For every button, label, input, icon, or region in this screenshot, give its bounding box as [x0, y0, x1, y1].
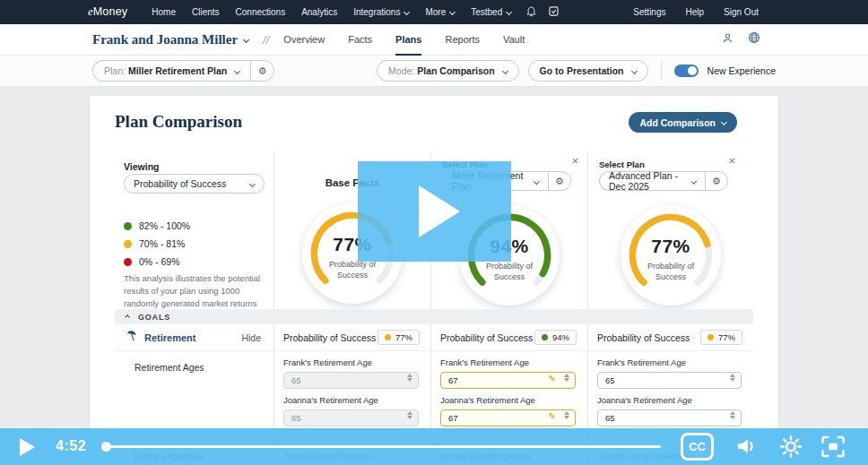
plan-column-settings-button[interactable]: ⚙	[705, 171, 728, 191]
plan-column-advanced: Select Plan × Advanced Plan - Dec 2025 ⚙…	[587, 152, 753, 309]
hide-goal-link[interactable]: Hide	[241, 332, 261, 343]
breadcrumb-separator: //	[263, 33, 269, 47]
mode-select[interactable]: Mode: Plan Comparison	[377, 60, 519, 82]
chevron-down-icon	[534, 178, 540, 185]
stepper-icon[interactable]	[407, 374, 412, 382]
viewing-label: Viewing	[124, 161, 159, 172]
plan-select[interactable]: Plan: Miller Retirement Plan	[92, 60, 250, 82]
new-experience-label: New Experience	[707, 65, 776, 76]
plan-toolbar: Plan: Miller Retirement Plan ⚙ Mode: Pla…	[0, 56, 868, 87]
nav-connections[interactable]: Connections	[228, 0, 294, 24]
chevron-down-icon	[506, 9, 512, 15]
stepper-icon[interactable]	[730, 411, 735, 419]
retirement-umbrella-icon	[126, 330, 137, 346]
stepper-icon[interactable]	[407, 411, 412, 419]
client-name-dropdown[interactable]: Frank and Joanna Miller	[92, 32, 248, 47]
gear-icon: ⚙	[712, 176, 721, 187]
legend-dot-red	[124, 258, 132, 266]
chevron-down-icon	[249, 180, 256, 186]
stepper-icon[interactable]	[564, 374, 569, 382]
divider	[661, 62, 662, 80]
stepper-icon[interactable]	[730, 374, 735, 382]
metric-label: Probability of Success	[597, 332, 690, 343]
goals-section-header[interactable]: GOALS	[115, 309, 753, 324]
chevron-down-icon	[234, 67, 240, 73]
frank-age-label: Frank's Retirement Age	[283, 357, 419, 367]
tab-facts[interactable]: Facts	[348, 24, 372, 56]
play-button[interactable]	[20, 438, 35, 456]
joanna-age-label: Joanna's Retirement Age	[597, 395, 742, 405]
gauge-label: Probability of Success	[475, 262, 543, 282]
legend-item: 0% - 69%	[124, 256, 190, 267]
close-icon[interactable]: ×	[728, 155, 735, 167]
retirement-ages-label: Retirement Ages	[115, 351, 273, 436]
client-name: Frank and Joanna Miller	[92, 32, 238, 47]
probability-badge: 94%	[534, 330, 577, 345]
nav-help[interactable]: Help	[686, 7, 705, 17]
fullscreen-icon[interactable]	[820, 435, 846, 461]
gauge-label: Probability of Success	[318, 260, 386, 280]
volume-icon[interactable]	[735, 435, 759, 461]
viewing-select[interactable]: Probability of Success	[124, 174, 265, 194]
plan-comparison-card: Plan Comparison Add Comparison Viewing P…	[90, 96, 778, 465]
nav-analytics[interactable]: Analytics	[293, 0, 345, 24]
plan-column-settings-button[interactable]: ⚙	[548, 171, 571, 191]
nav-home[interactable]: Home	[143, 0, 184, 24]
main-nav: Home Clients Connections Analytics Integ…	[143, 0, 519, 24]
frank-age-input-base[interactable]	[283, 372, 419, 389]
tab-overview[interactable]: Overview	[283, 24, 325, 56]
tab-reports[interactable]: Reports	[445, 24, 480, 56]
frank-age-input-advanced[interactable]	[597, 372, 742, 389]
joanna-age-input-base[interactable]	[283, 409, 419, 426]
client-bar: Frank and Joanna Miller // Overview Fact…	[0, 24, 868, 56]
play-icon	[419, 185, 460, 237]
legend-dot-green	[124, 222, 132, 230]
new-experience-toggle[interactable]	[674, 65, 699, 77]
probability-badge: 77%	[378, 330, 420, 345]
status-dot	[385, 334, 391, 340]
nav-more[interactable]: More	[417, 0, 463, 24]
tab-vault[interactable]: Vault	[503, 24, 525, 56]
gear-icon: ⚙	[258, 65, 267, 77]
plan-settings-button[interactable]: ⚙	[250, 60, 274, 82]
add-comparison-button[interactable]: Add Comparison	[629, 112, 737, 133]
joanna-age-input-advanced[interactable]	[597, 409, 742, 426]
nav-integrations[interactable]: Integrations	[345, 0, 417, 24]
legend-dot-yellow	[124, 240, 132, 248]
advanced-plan-gauge: 77% Probability of Success	[621, 205, 721, 306]
close-icon[interactable]: ×	[571, 155, 578, 167]
globe-icon[interactable]	[748, 31, 760, 47]
video-timestamp: 4:52	[56, 438, 86, 454]
closed-captions-button[interactable]: CC	[681, 433, 714, 461]
settings-gear-icon[interactable]	[779, 435, 803, 461]
tab-plans[interactable]: Plans	[395, 24, 421, 56]
client-profile-icon[interactable]	[722, 31, 733, 47]
joanna-age-label: Joanna's Retirement Age	[440, 395, 576, 405]
nav-testbed[interactable]: Testbed	[463, 0, 519, 24]
status-dot	[542, 334, 548, 340]
retirement-ages-row: Retirement Ages Frank's Retirement Age J…	[115, 351, 753, 436]
edit-pencil-icon: ✎	[549, 411, 556, 421]
go-to-presentation-button[interactable]: Go to Presentation	[528, 60, 648, 82]
metric-label: Probability of Success	[440, 332, 533, 343]
chevron-down-icon	[243, 36, 249, 42]
app-logo[interactable]: eMoney	[88, 5, 127, 19]
probability-legend: 82% - 100% 70% - 81% 0% - 69%	[124, 220, 190, 267]
metric-label: Probability of Success	[283, 332, 376, 343]
nav-settings[interactable]: Settings	[633, 7, 665, 17]
retirement-goal-row: Retirement Hide Probability of Success 7…	[115, 324, 753, 351]
nav-sign-out[interactable]: Sign Out	[724, 7, 759, 17]
retirement-goal-link[interactable]: Retirement	[144, 332, 195, 343]
seek-bar[interactable]	[106, 445, 661, 448]
edit-pencil-icon: ✎	[549, 374, 556, 383]
gauge-value: 77%	[621, 236, 721, 257]
plan-column-select[interactable]: Advanced Plan - Dec 2025	[599, 171, 705, 191]
page-title: Plan Comparison	[115, 112, 242, 132]
tasks-checkbox-icon[interactable]	[549, 6, 559, 18]
legend-item: 70% - 81%	[124, 238, 190, 249]
notifications-bell-icon[interactable]	[526, 6, 536, 19]
stepper-icon[interactable]	[564, 411, 569, 419]
nav-clients[interactable]: Clients	[184, 0, 228, 24]
chevron-down-icon	[404, 9, 410, 15]
video-play-overlay[interactable]	[358, 161, 511, 262]
